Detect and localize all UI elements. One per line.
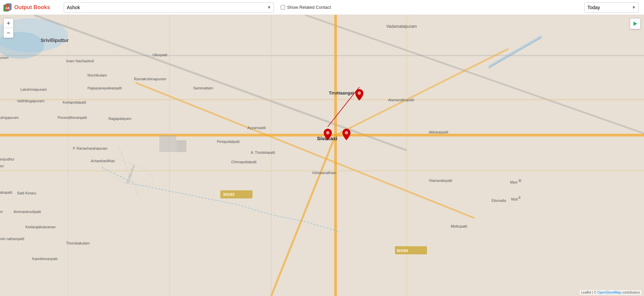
logo-area: AB Output Books (3, 3, 57, 12)
svg-text:Mettupatti: Mettupatti (451, 224, 467, 228)
salesperson-select[interactable]: Ashok (64, 2, 274, 13)
svg-text:tti: tti (519, 179, 521, 183)
svg-text:Ammankovilpatti: Ammankovilpatti (14, 210, 41, 214)
date-select[interactable]: Today Yesterday This Week This Month (584, 2, 639, 13)
svg-text:Pappayanayakkanpatti: Pappayanayakkanpatti (87, 86, 122, 90)
header: AB Output Books Ashok ▼ Show Related Con… (0, 0, 644, 15)
svg-text:eripudhur: eripudhur (0, 157, 15, 161)
logo-text: Output Books (14, 4, 50, 10)
svg-text:Akkaraipatti: Akkaraipatti (429, 130, 448, 134)
leaflet-text: Leaflet (581, 291, 591, 294)
zoom-out-button[interactable]: − (4, 28, 13, 38)
svg-point-78 (345, 131, 348, 134)
show-related-label[interactable]: Show Related Contact (281, 5, 331, 10)
svg-text:Alamarathupatti: Alamarathupatti (388, 98, 414, 102)
zoom-controls: + − (3, 18, 14, 38)
svg-text:Thombakulam: Thombakulam (66, 241, 90, 245)
svg-text:A. Thulukkapatti: A. Thulukkapatti (251, 151, 275, 154)
show-related-checkbox[interactable] (281, 5, 285, 9)
svg-text:AB: AB (5, 6, 10, 10)
svg-text:Satti Kinaru: Satti Kinaru (17, 191, 36, 195)
svg-text:Saminattam: Saminattam (193, 86, 213, 90)
svg-text:Ayyampatti: Ayyampatti (247, 126, 266, 130)
show-related-text: Show Related Contact (287, 5, 331, 10)
play-icon (633, 21, 638, 26)
svg-text:Achanthavilthan: Achanthavilthan (91, 159, 115, 163)
map-pin-1[interactable] (355, 89, 363, 102)
svg-text:Nochikulam: Nochikulam (87, 73, 107, 77)
date-select-wrap: Today Yesterday This Week This Month ▼ (584, 2, 639, 13)
svg-text:Vadamalaipuram: Vadamalaipuram (386, 24, 417, 29)
svg-text:Tiruttaangal: Tiruttaangal (329, 90, 354, 96)
play-button[interactable] (630, 18, 641, 29)
svg-point-76 (358, 91, 361, 95)
svg-text:Lakshmiapuram: Lakshmiapuram (20, 87, 47, 91)
svg-text:uram: uram (0, 56, 8, 60)
svg-text:Chinnapottalpatti: Chinnapottalpatti (231, 160, 257, 164)
svg-text:SH184: SH184 (397, 249, 408, 253)
map-pin-3[interactable] (342, 129, 350, 142)
svg-text:atrapatti: atrapatti (0, 191, 12, 194)
svg-text:Nagapalayam: Nagapalayam (108, 117, 132, 121)
svg-text:ulingapuram: ulingapuram (0, 116, 19, 120)
svg-text:tt: tt (519, 196, 521, 199)
salesperson-select-wrap: Ashok ▼ (64, 2, 274, 13)
svg-text:Inam Nachiarkoil: Inam Nachiarkoil (66, 59, 94, 63)
map-attribution: Leaflet | © OpenStreetMap contributors (580, 290, 641, 295)
map-svg: Srivilliputtur Vadamalaipuram Inam Nachi… (0, 15, 644, 296)
svg-text:Mutt: Mutt (511, 197, 518, 201)
svg-text:Kannithevanpatti: Kannithevanpatti (32, 257, 58, 261)
osm-link[interactable]: OpenStreetMap (597, 291, 621, 294)
map-pin-2[interactable] (324, 129, 332, 142)
svg-rect-28 (176, 140, 186, 152)
svg-text:SH183: SH183 (223, 192, 235, 196)
svg-text:Srivilliputtur: Srivilliputtur (41, 38, 69, 43)
svg-text:Mani: Mani (510, 181, 518, 184)
svg-text:Vishwanatham: Vishwanatham (312, 171, 336, 175)
svg-text:Perumalthevanpatti: Perumalthevanpatti (58, 116, 87, 120)
svg-text:Keelarajakularaman: Keelarajakularaman (25, 225, 56, 229)
svg-text:P. Ramachandrapuram: P. Ramachandrapuram (73, 147, 107, 150)
svg-text:Ramakrishnapuram: Ramakrishnapuram (134, 77, 166, 81)
svg-rect-27 (159, 135, 176, 152)
svg-text:Periapottalpatti: Periapottalpatti (217, 140, 240, 144)
svg-text:Vilamarattupatti: Vilamarattupatti (429, 179, 452, 183)
logo-icon: AB (3, 3, 12, 12)
svg-text:min nathampatti: min nathampatti (0, 237, 24, 241)
map-container: Srivilliputtur Vadamalaipuram Inam Nachi… (0, 15, 644, 296)
svg-text:Ullurpatti: Ullurpatti (153, 53, 167, 57)
svg-point-77 (326, 131, 329, 134)
svg-marker-79 (633, 22, 637, 26)
svg-rect-4 (0, 15, 644, 296)
svg-text:eri: eri (0, 164, 4, 168)
zoom-in-button[interactable]: + (4, 19, 13, 28)
svg-text:Keelapottalpatti: Keelapottalpatti (63, 101, 86, 104)
svg-text:Vaithilingapuram: Vaithilingapuram (17, 99, 44, 103)
contributors-text: contributors (622, 291, 640, 294)
svg-text:m: m (0, 210, 3, 214)
svg-text:Etturvatta: Etturvatta (491, 199, 506, 203)
